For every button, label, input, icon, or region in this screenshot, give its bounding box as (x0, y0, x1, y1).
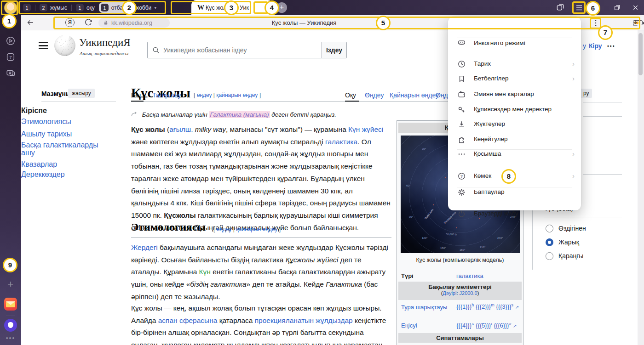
clock-icon (457, 60, 466, 68)
infobox-epoch[interactable]: (Дәуірі: J2000.0) (398, 290, 522, 296)
toc-item-etymology[interactable]: Этимологиясы (21, 118, 102, 125)
annotation-box-tab-groups (18, 1, 166, 14)
screenshot-icon[interactable] (0, 68, 21, 80)
alice-assistant-icon[interactable] (4, 319, 17, 332)
annotation-7: 7 (598, 25, 613, 40)
annotation-box-avatar (1, 0, 18, 15)
infobox-caption: Құс жолы (компьютерлік модель) (398, 257, 522, 263)
login-link[interactable]: Кіру (589, 42, 602, 50)
wiki-search-input[interactable] (163, 43, 320, 57)
infobox-type-label: Түрі (401, 272, 414, 279)
svg-text:?: ? (460, 174, 463, 179)
appearance-hide-button-fragment[interactable]: ру (581, 89, 592, 98)
infobox-dec-value[interactable]: {{{4}}}° {{{5}}}′ {{{6}}}″ ↗ (456, 322, 517, 329)
back-icon[interactable] (26, 18, 35, 29)
annotation-box-menu-button (572, 1, 586, 14)
chevron-right-icon: › (572, 172, 575, 180)
browser-window: 7 + ••• 1 2 жұмыс 1 оқу 1 отбась (0, 0, 644, 345)
tab-read[interactable]: Оқу (345, 91, 356, 99)
tabs-counter-icon[interactable]: 7 (0, 52, 21, 64)
infobox-ra-value[interactable]: {{{1}}}h {{{2}}}m {{{3}}}s ↗ (456, 303, 519, 310)
infobox-observation-header: Бақылау мәліметтері (Дәуірі: J2000.0) (398, 282, 522, 300)
annotation-4: 4 (264, 0, 279, 15)
browser-sidebar: 7 + ••• (0, 0, 21, 345)
etymology-heading: Этимологиясы (131, 221, 206, 233)
power-icon (457, 209, 466, 218)
annotation-2: 2 (122, 0, 137, 15)
radio-color-light-selected[interactable] (546, 238, 553, 246)
chevron-right-icon: › (572, 74, 575, 82)
article-edit-links[interactable]: [ өңдеу | қайнарын өңдеу ] (194, 92, 261, 98)
video-play-icon[interactable] (0, 36, 21, 48)
redirect-arrow-icon (131, 112, 138, 117)
annotation-box-address-bar (53, 17, 640, 29)
add-panel-icon[interactable]: + (0, 278, 21, 290)
wallet-icon (457, 90, 466, 99)
hatnote: Басқа мағыналар үшін Галактика (мағына) … (131, 111, 391, 118)
menu-item-downloads[interactable]: Жүктеулер (448, 118, 581, 131)
scrollbar-thumb[interactable] (638, 33, 643, 75)
wiki-menu-icon[interactable] (39, 42, 48, 51)
menu-item-bookmarks[interactable]: Бетбелгілер › (448, 72, 581, 86)
infobox-characteristics-header: Сипаттамалары (398, 333, 522, 343)
annotation-box-tab (171, 1, 251, 14)
bookmark-icon (457, 74, 466, 83)
toc-item-discovery[interactable]: Ашылу тарихы (21, 130, 102, 138)
annotation-6: 6 (586, 1, 600, 16)
menu-item-passwords[interactable]: Құпиясөздер мен деректер (448, 103, 581, 117)
tab-page[interactable]: Бет (131, 91, 142, 99)
menu-item-history[interactable]: Тарих › (448, 57, 581, 71)
tab-edit[interactable]: Өңдеу (365, 91, 384, 99)
infobox-type-value[interactable]: галактика (456, 272, 483, 279)
wiki-search-box: Іздеу (147, 42, 347, 58)
browser-menu-dropdown: Инкогнито режимі Тарих › Бетбелгілер › Ә… (448, 17, 581, 210)
menu-item-settings[interactable]: Баптаулар (448, 186, 581, 199)
menu-item-wallet[interactable]: Әмиян мен карталар (448, 88, 581, 102)
toc-hide-button[interactable]: жасыру (68, 89, 95, 98)
key-icon (457, 105, 466, 114)
annotation-5: 5 (376, 16, 391, 30)
intro-paragraph: Құс жолы (ағылш. milky way, мағынасы "сү… (131, 124, 391, 234)
chevron-right-icon: › (572, 150, 575, 158)
gear-icon (457, 188, 466, 197)
toc-item-other-galaxies[interactable]: Басқа галактикаларды ашу (21, 141, 102, 157)
annotation-3: 3 (224, 0, 239, 15)
toc-item-quasars[interactable]: Квазарлар (21, 160, 102, 168)
etymology-paragraph-1: Жердегі бақылаушыға аспандағы мыңдаған ж… (131, 242, 391, 303)
tab-talk[interactable]: Талқылау (152, 91, 181, 99)
infobox-ra-label[interactable]: Тура шарықтауы (401, 303, 452, 311)
incognito-mask-icon (457, 39, 466, 48)
menu-item-close-browser[interactable]: Браузерді жабу (448, 207, 581, 221)
search-icon (152, 46, 160, 54)
tab-edit-source[interactable]: Қайнарын өңдеу (390, 91, 439, 99)
wikipedia-logo[interactable] (54, 35, 75, 56)
puzzle-icon (457, 135, 466, 144)
wikipedia-wordmark: УикипедиЯ (79, 37, 131, 49)
section-edit-links[interactable]: [ өңдеу | қайнарын өңдеу ] (213, 226, 281, 232)
account-link-fragment[interactable]: у (583, 42, 586, 50)
download-icon (457, 120, 466, 129)
radio-color-auto[interactable] (546, 225, 553, 232)
toc-item-intro[interactable]: Кіріспе (21, 107, 102, 114)
annotation-9: 9 (3, 258, 17, 272)
chevron-right-icon: › (572, 60, 575, 68)
external-link-icon: ↗ (513, 323, 517, 328)
sidebar-more-icon[interactable]: ••• (0, 334, 21, 342)
sidebar-divider (6, 316, 15, 316)
wiki-search-button[interactable]: Іздеу (322, 42, 346, 58)
help-icon: ? (457, 172, 466, 181)
annotation-8: 8 (501, 169, 516, 184)
infobox-dec-label[interactable]: Еңісуі (401, 322, 417, 329)
etymology-paragraph-2: Құс жолы — кең, ақшыл жолақ болып тұтасқ… (131, 302, 391, 345)
mail-app-icon[interactable] (4, 298, 17, 311)
menu-item-extensions[interactable]: Кеңейтулер (448, 133, 581, 147)
menu-item-incognito[interactable]: Инкогнито режимі (448, 37, 581, 51)
ellipsis-icon (457, 150, 466, 158)
radio-color-dark[interactable] (546, 252, 553, 260)
wikipedia-tagline: Ашық энциклопедиясы (80, 51, 128, 56)
account-more-icon[interactable]: ••• (607, 43, 615, 49)
tab-history-clipped[interactable]: Өңд (436, 91, 448, 99)
annotation-1: 1 (2, 14, 17, 28)
toc-item-sources[interactable]: Дереккөздер (21, 170, 102, 178)
scrollbar[interactable] (638, 30, 644, 345)
